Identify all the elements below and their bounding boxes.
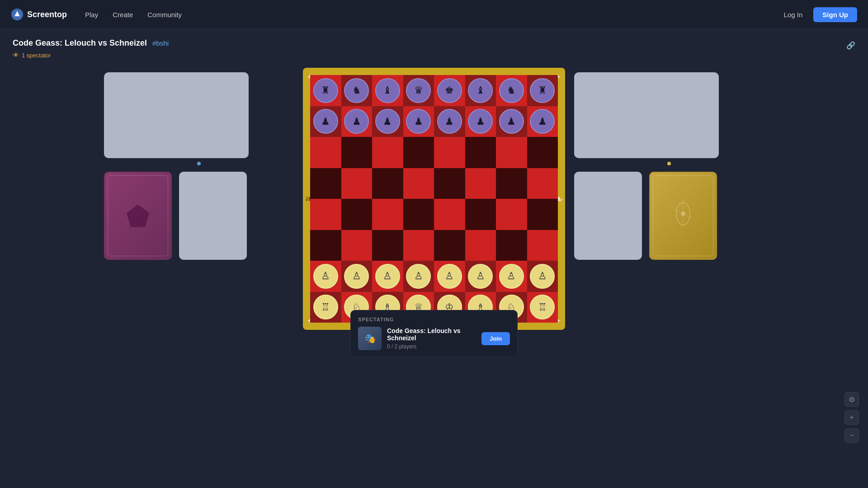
board-square[interactable]: ♞ bbox=[341, 75, 373, 106]
chess-piece[interactable]: ♙ bbox=[372, 261, 403, 292]
chess-piece[interactable]: ♟ bbox=[465, 106, 496, 137]
chess-piece[interactable]: ♞ bbox=[341, 75, 373, 106]
chess-piece[interactable]: ♚ bbox=[434, 75, 465, 106]
chess-piece[interactable]: ♖ bbox=[527, 292, 558, 323]
chess-piece[interactable]: ♙ bbox=[496, 261, 527, 292]
board-square[interactable] bbox=[465, 199, 496, 230]
board-square[interactable] bbox=[434, 199, 465, 230]
piece-circle: ♙ bbox=[499, 264, 524, 289]
card-gold[interactable] bbox=[649, 172, 717, 260]
chess-piece[interactable]: ♙ bbox=[465, 261, 496, 292]
board-square[interactable]: ♝ bbox=[465, 75, 496, 106]
board-square[interactable]: ♙ bbox=[496, 261, 527, 292]
board-square[interactable] bbox=[496, 137, 527, 168]
board-square[interactable] bbox=[496, 199, 527, 230]
board-square[interactable] bbox=[527, 199, 558, 230]
board-square[interactable]: ♙ bbox=[403, 261, 434, 292]
board-square[interactable] bbox=[434, 168, 465, 199]
board-square[interactable] bbox=[403, 230, 434, 261]
zoom-in-button[interactable]: + bbox=[844, 410, 859, 425]
board-square[interactable] bbox=[434, 137, 465, 168]
chess-piece[interactable]: ♙ bbox=[527, 261, 558, 292]
chess-piece[interactable]: ♝ bbox=[465, 75, 496, 106]
board-square[interactable] bbox=[372, 137, 403, 168]
piece-circle: ♙ bbox=[437, 264, 462, 289]
chess-piece[interactable]: ♙ bbox=[403, 261, 434, 292]
board-square[interactable] bbox=[310, 168, 341, 199]
share-link-icon[interactable]: 🔗 bbox=[846, 41, 855, 50]
board-square[interactable] bbox=[403, 199, 434, 230]
chess-piece[interactable]: ♟ bbox=[496, 106, 527, 137]
board-square[interactable] bbox=[403, 168, 434, 199]
board-square[interactable] bbox=[310, 199, 341, 230]
chess-piece[interactable]: ♟ bbox=[372, 106, 403, 137]
signup-button[interactable]: Sign Up bbox=[813, 7, 857, 22]
nav-community[interactable]: Community bbox=[147, 7, 182, 22]
chess-board: ♜♞♝♛♚♝♞♜♟♟♟♟♟♟♟♟♙♙♙♙♙♙♙♙♖♘♗♕♔♗♘♖ bbox=[310, 75, 558, 323]
nav-create[interactable]: Create bbox=[113, 7, 133, 22]
login-button[interactable]: Log In bbox=[778, 7, 808, 22]
board-square[interactable]: ♟ bbox=[527, 106, 558, 137]
board-square[interactable]: ♜ bbox=[310, 75, 341, 106]
board-square[interactable]: ♟ bbox=[434, 106, 465, 137]
board-square[interactable] bbox=[341, 137, 373, 168]
board-square[interactable] bbox=[496, 168, 527, 199]
chess-piece[interactable]: ♙ bbox=[310, 261, 341, 292]
board-square[interactable]: ♟ bbox=[465, 106, 496, 137]
board-square[interactable] bbox=[527, 137, 558, 168]
board-square[interactable]: ♟ bbox=[341, 106, 373, 137]
logo[interactable]: Screentop bbox=[11, 8, 67, 21]
board-square[interactable]: ♙ bbox=[527, 261, 558, 292]
chess-piece[interactable]: ♟ bbox=[341, 106, 373, 137]
chess-piece[interactable]: ♟ bbox=[403, 106, 434, 137]
board-square[interactable]: ♟ bbox=[372, 106, 403, 137]
board-square[interactable] bbox=[372, 199, 403, 230]
board-square[interactable]: ♞ bbox=[496, 75, 527, 106]
board-square[interactable] bbox=[341, 230, 373, 261]
chess-piece[interactable]: ♞ bbox=[496, 75, 527, 106]
chess-piece[interactable]: ♛ bbox=[403, 75, 434, 106]
settings-button[interactable]: ⚙ bbox=[844, 392, 859, 407]
chess-piece[interactable]: ♝ bbox=[372, 75, 403, 106]
board-square[interactable]: ♖ bbox=[527, 292, 558, 323]
board-square[interactable]: ♟ bbox=[496, 106, 527, 137]
board-square[interactable]: ♙ bbox=[465, 261, 496, 292]
chess-piece[interactable]: ♜ bbox=[310, 75, 341, 106]
board-square[interactable] bbox=[527, 168, 558, 199]
chess-piece[interactable]: ♟ bbox=[527, 106, 558, 137]
board-square[interactable] bbox=[310, 137, 341, 168]
chess-piece[interactable]: ♟ bbox=[310, 106, 341, 137]
chess-piece[interactable]: ♖ bbox=[310, 292, 341, 323]
nav-play[interactable]: Play bbox=[85, 7, 98, 22]
join-button[interactable]: Join bbox=[481, 332, 510, 345]
board-square[interactable] bbox=[465, 168, 496, 199]
board-square[interactable] bbox=[465, 137, 496, 168]
board-square[interactable] bbox=[372, 230, 403, 261]
board-square[interactable] bbox=[372, 168, 403, 199]
card-purple[interactable] bbox=[104, 172, 172, 260]
board-square[interactable] bbox=[496, 230, 527, 261]
board-square[interactable] bbox=[341, 199, 373, 230]
board-square[interactable] bbox=[465, 230, 496, 261]
board-square[interactable]: ♟ bbox=[310, 106, 341, 137]
chess-piece[interactable]: ♙ bbox=[434, 261, 465, 292]
board-square[interactable]: ♛ bbox=[403, 75, 434, 106]
board-square[interactable]: ♖ bbox=[310, 292, 341, 323]
board-square[interactable] bbox=[527, 230, 558, 261]
board-square[interactable] bbox=[434, 230, 465, 261]
zoom-out-button[interactable]: − bbox=[844, 428, 859, 443]
board-square[interactable]: ♙ bbox=[310, 261, 341, 292]
board-square[interactable]: ♟ bbox=[403, 106, 434, 137]
board-square[interactable] bbox=[310, 230, 341, 261]
board-square[interactable]: ♙ bbox=[434, 261, 465, 292]
board-square[interactable]: ♙ bbox=[341, 261, 373, 292]
board-square[interactable]: ♝ bbox=[372, 75, 403, 106]
board-square[interactable] bbox=[341, 168, 373, 199]
chess-piece[interactable]: ♙ bbox=[341, 261, 373, 292]
chess-piece[interactable]: ♟ bbox=[434, 106, 465, 137]
board-square[interactable]: ♙ bbox=[372, 261, 403, 292]
board-square[interactable] bbox=[403, 137, 434, 168]
chess-piece[interactable]: ♜ bbox=[527, 75, 558, 106]
board-square[interactable]: ♚ bbox=[434, 75, 465, 106]
board-square[interactable]: ♜ bbox=[527, 75, 558, 106]
